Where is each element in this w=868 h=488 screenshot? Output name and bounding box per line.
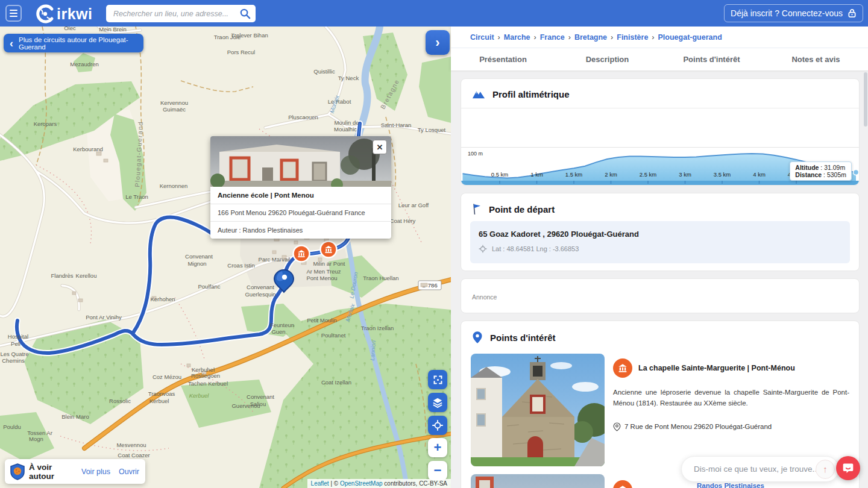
popup-author: Auteur : Randos Plestinaises bbox=[210, 221, 391, 239]
svg-text:Leur ar Goff: Leur ar Goff bbox=[398, 202, 429, 208]
svg-text:Trelever Bihan: Trelever Bihan bbox=[231, 32, 268, 39]
svg-text:Guerlesquin: Guerlesquin bbox=[245, 291, 275, 298]
poi-photo bbox=[471, 354, 605, 466]
more-circuits-label: Plus de circuits autour de Plouegat-Guer… bbox=[19, 36, 137, 51]
breadcrumb-item-france[interactable]: France bbox=[540, 33, 565, 42]
breadcrumb-item-circuit[interactable]: Circuit bbox=[470, 33, 494, 42]
svg-text:Guimaëc: Guimaëc bbox=[163, 106, 186, 113]
ad-label: Annonce bbox=[472, 293, 497, 301]
svg-text:Mezaudren: Mezaudren bbox=[70, 61, 99, 67]
attribution-sep: | © bbox=[329, 480, 340, 487]
svg-text:Kerbuel: Kerbuel bbox=[189, 392, 210, 399]
svg-text:4 km: 4 km bbox=[753, 171, 766, 178]
elevation-profile-card: Profil altimétrique 100 m 0.5 km1 km1.5 … bbox=[461, 78, 860, 186]
breadcrumb-item-plouegat-guerand[interactable]: Plouegat-guerand bbox=[658, 33, 722, 42]
svg-text:Mogn: Mogn bbox=[29, 436, 43, 442]
panel-header: Circuit›Marche›France›Bretagne›Finistère… bbox=[451, 27, 868, 71]
map-pin-icon bbox=[472, 331, 483, 344]
museum-icon-next bbox=[613, 480, 632, 488]
svg-text:Kerbuel: Kerbuel bbox=[149, 398, 169, 404]
svg-text:Keropars: Keropars bbox=[34, 120, 57, 127]
breadcrumb-sep: › bbox=[568, 33, 571, 42]
see-around-title: À voir autour bbox=[29, 463, 73, 481]
map-popup: ✕ Ancienne école | Pont Menou 166 Pont M… bbox=[210, 136, 391, 239]
assistant-input[interactable] bbox=[694, 465, 816, 474]
chart-tooltip: Altitude : 31.09m Distance : 5305m bbox=[790, 161, 852, 181]
poi-description: Ancienne une léproserie devenue la chape… bbox=[613, 387, 849, 409]
svg-text:Kerbourand: Kerbourand bbox=[73, 146, 103, 152]
svg-text:Pluscaouen: Pluscaouen bbox=[288, 114, 318, 120]
panel-scrollbar[interactable] bbox=[864, 72, 867, 127]
svg-text:Rossolic: Rossolic bbox=[109, 398, 131, 404]
top-navbar: irkwi Déjà inscrit ? Connectez-vous bbox=[0, 0, 868, 27]
assistant-search-bar: ↑ bbox=[681, 456, 839, 482]
svg-text:Pont Menou: Pont Menou bbox=[306, 275, 337, 281]
poi-marker-museum-2[interactable] bbox=[321, 242, 337, 258]
search-bar bbox=[106, 5, 256, 22]
svg-text:Ty Losquet: Ty Losquet bbox=[418, 127, 446, 133]
locate-button[interactable] bbox=[428, 416, 447, 435]
tab-bar: PrésentationDescriptionPoints d'intérêtN… bbox=[451, 48, 868, 71]
fullscreen-icon bbox=[433, 375, 443, 385]
crosshair-icon bbox=[479, 245, 487, 253]
tab-pr-sentation[interactable]: Présentation bbox=[451, 48, 555, 70]
ad-card: Annonce bbox=[461, 278, 860, 313]
popup-close-button[interactable]: ✕ bbox=[373, 140, 387, 154]
breadcrumb-item-finistère[interactable]: Finistère bbox=[617, 33, 648, 42]
cirkwi-logo[interactable]: irkwi bbox=[35, 4, 92, 24]
svg-text:Quistillic: Quistillic bbox=[313, 68, 335, 75]
chevron-right-icon: › bbox=[435, 35, 439, 51]
osm-link[interactable]: OpenStreetMap bbox=[340, 480, 383, 487]
poi-marker-museum-1[interactable] bbox=[294, 246, 310, 262]
svg-text:Croas Istin: Croas Istin bbox=[227, 262, 254, 269]
svg-text:Guen: Guen bbox=[271, 328, 285, 335]
open-link[interactable]: Ouvrir bbox=[119, 468, 139, 476]
zoom-in-label: + bbox=[434, 440, 442, 455]
svg-text:Moulin de: Moulin de bbox=[334, 119, 359, 126]
tab-notes-et-avis[interactable]: Notes et avis bbox=[764, 48, 868, 70]
svg-text:Mesvennou: Mesvennou bbox=[116, 442, 146, 448]
breadcrumb-item-marche[interactable]: Marche bbox=[504, 33, 530, 42]
panel-content[interactable]: Profil altimétrique 100 m 0.5 km1 km1.5 … bbox=[451, 71, 868, 488]
svg-text:Coat Héry: Coat Héry bbox=[390, 217, 416, 224]
svg-text:Olec: Olec bbox=[64, 27, 76, 31]
svg-text:Chemins: Chemins bbox=[2, 357, 25, 364]
see-more-link[interactable]: Voir plus bbox=[81, 468, 110, 476]
svg-text:3.5 km: 3.5 km bbox=[714, 171, 731, 178]
breadcrumb-sep: › bbox=[534, 33, 536, 42]
login-button[interactable]: Déjà inscrit ? Connectez-vous bbox=[724, 4, 863, 22]
arrow-up-icon: ↑ bbox=[823, 464, 828, 474]
search-icon[interactable] bbox=[239, 8, 251, 19]
map-tiles: D 786 Ole bbox=[0, 27, 451, 488]
svg-text:0.5 km: 0.5 km bbox=[491, 171, 509, 178]
send-arrow-button[interactable]: ↑ bbox=[816, 460, 835, 479]
svg-text:Pont Ar Vinihy: Pont Ar Vinihy bbox=[86, 314, 122, 321]
layers-button[interactable] bbox=[428, 393, 447, 412]
search-input[interactable] bbox=[113, 10, 239, 18]
tab-description[interactable]: Description bbox=[555, 48, 659, 70]
menu-button[interactable] bbox=[5, 5, 22, 22]
leaflet-link[interactable]: Leaflet bbox=[311, 480, 329, 487]
breadcrumb-item-bretagne[interactable]: Bretagne bbox=[574, 33, 607, 42]
chat-fab-button[interactable] bbox=[836, 456, 860, 480]
svg-text:Le Traon: Le Traon bbox=[125, 193, 148, 200]
start-title: Point de départ bbox=[489, 204, 555, 214]
map-canvas[interactable]: D 786 Ole bbox=[0, 27, 451, 488]
panel-expand-button[interactable]: › bbox=[426, 30, 450, 55]
svg-text:Les Quatre: Les Quatre bbox=[1, 351, 29, 357]
svg-text:Mein Brein: Mein Brein bbox=[99, 27, 126, 33]
map-attribution: Leaflet | © OpenStreetMap contributors, … bbox=[307, 479, 451, 488]
poi-item[interactable]: La chapelle Sainte-Marguerite | Pont-Mén… bbox=[461, 354, 859, 466]
svg-text:Traonvoas: Traonvoas bbox=[148, 390, 175, 397]
zoom-in-button[interactable]: + bbox=[428, 438, 447, 457]
svg-text:Ar Men Treuz: Ar Men Treuz bbox=[306, 268, 341, 275]
fullscreen-button[interactable] bbox=[428, 370, 447, 389]
zoom-out-button[interactable]: − bbox=[428, 461, 447, 480]
svg-text:Petit Moulin: Petit Moulin bbox=[307, 317, 337, 324]
tab-points-d-int-r-t[interactable]: Points d'intérêt bbox=[659, 48, 764, 70]
svg-text:Poulranet: Poulranet bbox=[321, 332, 346, 339]
poi-item-body: La chapelle Sainte-Marguerite | Pont-Mén… bbox=[612, 354, 849, 466]
svg-text:Coat Coazer: Coat Coazer bbox=[118, 452, 149, 458]
svg-text:1 km: 1 km bbox=[530, 171, 543, 178]
more-circuits-button[interactable]: ‹ Plus de circuits autour de Plouegat-Gu… bbox=[4, 34, 143, 52]
